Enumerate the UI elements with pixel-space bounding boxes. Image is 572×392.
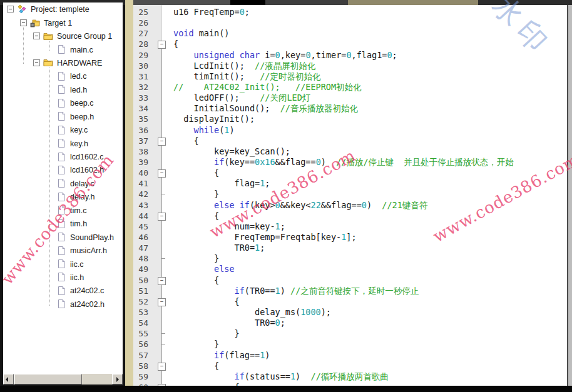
tree-item-beep-c[interactable]: beep.c — [3, 96, 123, 109]
file-icon — [56, 165, 67, 175]
file-icon — [56, 178, 67, 188]
collapse-minus-icon[interactable] — [33, 33, 40, 39]
code-line-57[interactable]: 57 if(flag==1) — [133, 350, 567, 361]
scroll-left-arrow-icon[interactable] — [3, 374, 14, 384]
file-icon — [56, 152, 67, 162]
fold-collapse-icon[interactable] — [155, 39, 168, 49]
code-text: InitialSound(); //音乐播放器初始化 — [168, 103, 358, 114]
tree-item-soundplay-h[interactable]: SoundPlay.h — [3, 230, 123, 243]
file-icon — [56, 125, 67, 135]
tree-horizontal-scrollbar[interactable] — [3, 374, 123, 384]
code-line-33[interactable]: 33 ledOFF(); //关闭LED灯 — [133, 93, 567, 103]
line-number: 33 — [133, 93, 155, 103]
code-line-59[interactable]: 59 if(status==1) //循环播放两首歌曲 — [133, 371, 567, 382]
code-line-29[interactable]: 29 unsigned char i=0,key=0,timer=0,flag1… — [133, 50, 567, 61]
tree-item-target-1[interactable]: Target 1 — [3, 16, 123, 29]
code-line-26[interactable]: 26 — [133, 18, 567, 28]
line-number: 59 — [133, 371, 155, 382]
tree-item-delay-h[interactable]: delay.h — [3, 190, 123, 203]
tree-item-delay-c[interactable]: delay.c — [3, 177, 123, 190]
code-line-27[interactable]: 27void main() — [133, 28, 567, 39]
tree-item-lcd1602-h[interactable]: lcd1602.h — [3, 163, 123, 176]
code-line-36[interactable]: 36 while(1) — [133, 125, 567, 136]
code-line-35[interactable]: 35 displayInit(); — [133, 114, 567, 124]
code-line-38[interactable]: 38 key=key_Scan(); — [133, 146, 567, 157]
file-icon — [56, 272, 67, 282]
code-text: { — [168, 211, 219, 221]
tree-item-iic-c[interactable]: iic.c — [3, 257, 123, 270]
tree-item-main-c[interactable]: main.c — [3, 43, 123, 56]
fold-collapse-icon[interactable] — [155, 168, 168, 178]
fold-collapse-icon[interactable] — [155, 275, 168, 286]
fold-collapse-icon[interactable] — [155, 361, 168, 371]
code-line-43[interactable]: 43 else if(key>0&&key<22&&flag==0) //21键… — [133, 200, 567, 211]
code-text: } — [168, 253, 219, 264]
tree-item-musicarr-h[interactable]: musicArr.h — [3, 244, 123, 257]
tree-item-key-h[interactable]: key.h — [3, 136, 123, 149]
tree-item-tim-c[interactable]: tim.c — [3, 204, 123, 217]
fold-collapse-icon[interactable] — [155, 211, 168, 221]
tree-item-project-templete[interactable]: Project: templete — [3, 3, 123, 16]
code-line-46[interactable]: 46 FreqTemp=Freqtab[key-1]; — [133, 232, 567, 243]
tab-strip-segment — [230, 0, 265, 5]
code-line-49[interactable]: 49 else — [133, 264, 567, 274]
code-text: else — [168, 264, 235, 274]
tree-item-led-c[interactable]: led.c — [3, 69, 123, 83]
code-line-53[interactable]: 53 delay_ms(1000); — [133, 307, 567, 318]
code-line-42[interactable]: 42 } — [133, 189, 567, 199]
collapse-minus-icon[interactable] — [20, 19, 27, 26]
collapse-minus-icon[interactable] — [33, 59, 40, 66]
fold-margin — [155, 82, 168, 93]
code-editor[interactable]: 25u16 FreqTemp=0;2627void main()28{29 un… — [133, 5, 567, 386]
code-line-30[interactable]: 30 LcdInit(); //液晶屏初始化 — [133, 61, 567, 71]
scroll-right-arrow-icon[interactable] — [112, 374, 123, 384]
tree-item-at24c02-h[interactable]: at24c02.h — [3, 298, 123, 311]
line-number: 46 — [133, 232, 155, 243]
code-line-50[interactable]: 50 { — [133, 275, 567, 286]
file-icon — [56, 246, 67, 256]
fold-margin — [155, 178, 168, 189]
line-number: 38 — [133, 146, 155, 157]
tree-item-hardware[interactable]: HARDWARE — [3, 56, 123, 69]
code-line-41[interactable]: 41 flag=1; — [133, 178, 567, 189]
code-line-25[interactable]: 25u16 FreqTemp=0; — [133, 7, 567, 18]
code-line-58[interactable]: 58 { — [133, 361, 567, 371]
code-line-47[interactable]: 47 TR0=1; — [133, 243, 567, 253]
code-line-28[interactable]: 28{ — [133, 39, 567, 49]
bottom-bar — [0, 386, 572, 392]
tree-item-label: tim.h — [70, 219, 87, 228]
tree-item-source-group-1[interactable]: Source Group 1 — [3, 29, 123, 43]
code-line-48[interactable]: 48 } — [133, 253, 567, 264]
fold-collapse-icon[interactable] — [155, 296, 168, 307]
tree-item-key-c[interactable]: key.c — [3, 123, 123, 136]
fold-collapse-icon[interactable] — [155, 136, 168, 146]
code-line-45[interactable]: 45 num=key-1; — [133, 221, 567, 232]
tree-item-at24c02-c[interactable]: at24c02.c — [3, 284, 123, 297]
code-line-32[interactable]: 32// AT24C02_Init(); //EEPROM初始化 — [133, 82, 567, 93]
fold-margin — [155, 157, 168, 168]
tab-strip-segment — [348, 0, 478, 5]
code-line-55[interactable]: 55 } — [133, 328, 567, 339]
code-line-54[interactable]: 54 TR0=0; — [133, 318, 567, 328]
code-line-39[interactable]: 39 if(key==0x16&&flag==0) //播放/停止键 并且处于停… — [133, 157, 567, 168]
tree-item-iic-h[interactable]: iic.h — [3, 271, 123, 284]
code-line-40[interactable]: 40 { — [133, 168, 567, 178]
code-line-51[interactable]: 51 if(TR0==1) //之前音符键按下，延时一秒停止 — [133, 286, 567, 296]
code-line-37[interactable]: 37 { — [133, 136, 567, 146]
tree-item-beep-h[interactable]: beep.h — [3, 110, 123, 123]
tree-item-led-h[interactable]: led.h — [3, 83, 123, 96]
code-line-52[interactable]: 52 { — [133, 296, 567, 307]
line-number: 40 — [133, 168, 155, 178]
tree-item-lcd1602-c[interactable]: lcd1602.c — [3, 150, 123, 163]
file-icon — [56, 71, 67, 81]
scrollbar-thumb[interactable] — [14, 374, 82, 384]
panel-divider[interactable] — [125, 0, 133, 386]
collapse-minus-icon[interactable] — [7, 6, 14, 13]
code-line-44[interactable]: 44 { — [133, 211, 567, 221]
code-area[interactable]: 25u16 FreqTemp=0;2627void main()28{29 un… — [133, 7, 567, 386]
tree-item-tim-h[interactable]: tim.h — [3, 217, 123, 230]
code-line-31[interactable]: 31 timInit(); //定时器初始化 — [133, 71, 567, 82]
code-line-56[interactable]: 56 } — [133, 339, 567, 349]
line-number: 28 — [133, 39, 155, 49]
code-line-34[interactable]: 34 InitialSound(); //音乐播放器初始化 — [133, 103, 567, 114]
